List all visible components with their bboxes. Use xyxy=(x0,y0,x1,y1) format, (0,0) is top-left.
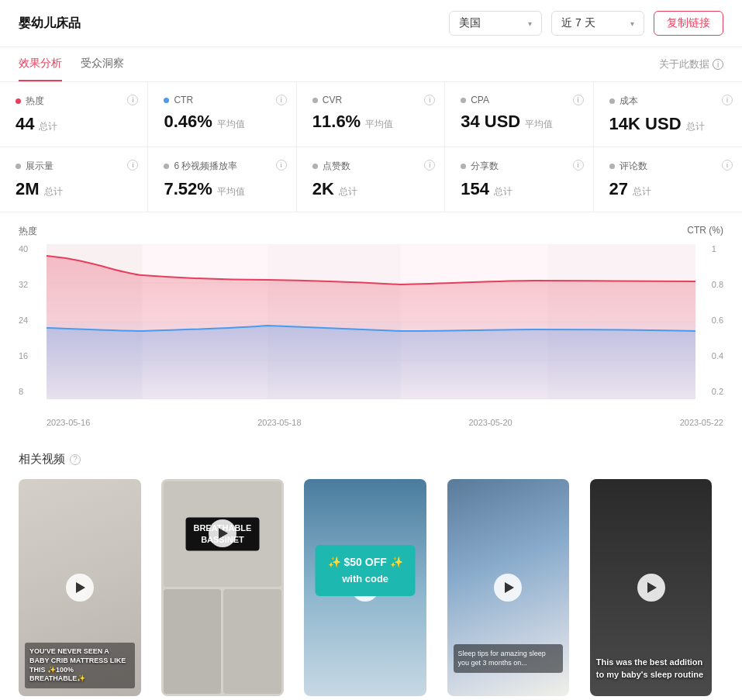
cpa-dot xyxy=(461,98,466,103)
play-button[interactable] xyxy=(637,574,665,602)
metric-shares: 分享数 154 总计 i xyxy=(445,147,593,212)
country-label: 美国 xyxy=(459,16,481,30)
info-icon: ? xyxy=(70,454,81,465)
video6s-dot xyxy=(164,164,169,169)
chart-left-label: 热度 xyxy=(19,225,37,238)
metric-cvr-label: CVR xyxy=(312,95,429,105)
play-icon xyxy=(505,582,514,593)
shares-dot xyxy=(461,164,466,169)
chart-right-label: CTR (%) xyxy=(687,225,723,238)
x-label-2: 2023-05-20 xyxy=(468,418,512,427)
metric-cpa: CPA 34 USD 平均值 i xyxy=(445,82,593,147)
x-label-3: 2023-05-22 xyxy=(680,418,723,427)
info-icon[interactable]: i xyxy=(722,160,733,171)
tab-list: 效果分析 受众洞察 xyxy=(19,47,143,81)
related-videos-label: 相关视频 xyxy=(19,452,65,467)
play-icon xyxy=(647,582,657,593)
video-card-1[interactable]: YOU'VE NEVER SEEN A BABY CRIB MATTRESS L… xyxy=(19,479,141,696)
metric-cpa-label: CPA xyxy=(461,95,577,105)
info-icon[interactable]: i xyxy=(424,95,435,105)
metric-cost-value: 14K USD 总计 xyxy=(609,114,726,134)
video-card-3[interactable]: ✨ $50 OFF ✨with code xyxy=(304,479,426,696)
metrics-row-2: 展示量 2M 总计 i 6 秒视频播放率 7.52% 平均值 i 点赞数 2K … xyxy=(0,147,742,212)
chart-header: 热度 CTR (%) xyxy=(19,225,723,238)
impressions-dot xyxy=(16,164,21,169)
play-button[interactable] xyxy=(494,574,522,602)
related-videos-section: 相关视频 ? YOU'VE NEVER SEEN A BABY CRIB MAT… xyxy=(0,440,742,700)
play-button[interactable] xyxy=(209,519,236,547)
header: 婴幼儿床品 美国 ▾ 近 7 天 ▾ 复制链接 xyxy=(0,0,742,47)
play-icon xyxy=(76,582,85,593)
metric-likes: 点赞数 2K 总计 i xyxy=(297,147,445,212)
video-card-2[interactable]: BREATHABLEBASSINET xyxy=(161,479,284,696)
metric-heat: 热度 44 总计 i xyxy=(0,82,148,147)
videos-grid: YOU'VE NEVER SEEN A BABY CRIB MATTRESS L… xyxy=(19,479,723,696)
video-overlay-text: This was the best addition to my baby's … xyxy=(596,657,706,681)
ctr-dot xyxy=(164,98,169,103)
metric-cvr: CVR 11.6% 平均值 i xyxy=(297,82,445,147)
chart-svg xyxy=(47,244,695,399)
metric-ctr-value: 0.46% 平均值 xyxy=(164,112,280,132)
metric-impressions: 展示量 2M 总计 i xyxy=(0,147,148,212)
metric-ctr-label: CTR xyxy=(164,95,280,105)
metric-heat-value: 44 总计 xyxy=(16,114,132,134)
chart-container: 40 32 24 16 8 xyxy=(19,244,723,415)
chevron-down-icon: ▾ xyxy=(528,19,532,28)
video-card-4[interactable]: Sleep tips for amazing sleep you get 3 m… xyxy=(447,479,570,696)
metric-cost: 成本 14K USD 总计 i xyxy=(594,82,742,147)
about-data: 关于此数据 i xyxy=(659,57,723,71)
cvr-dot xyxy=(312,98,318,103)
likes-dot xyxy=(312,164,318,169)
play-button[interactable] xyxy=(66,574,94,602)
date-range-label: 近 7 天 xyxy=(561,16,595,30)
metric-comments: 评论数 27 总计 i xyxy=(594,147,742,212)
metric-ctr: CTR 0.46% 平均值 i xyxy=(148,82,296,147)
info-icon[interactable]: i xyxy=(276,95,287,105)
cost-dot xyxy=(609,98,615,104)
metric-cpa-value: 34 USD 平均值 xyxy=(461,112,577,132)
metric-cost-label: 成本 xyxy=(609,95,726,108)
video-overlay-text: YOU'VE NEVER SEEN A BABY CRIB MATTRESS L… xyxy=(25,643,135,688)
related-videos-header: 相关视频 ? xyxy=(19,452,723,467)
metric-video6s: 6 秒视频播放率 7.52% 平均值 i xyxy=(148,147,296,212)
info-icon[interactable]: i xyxy=(424,160,435,171)
y-axis-right: 1 0.8 0.6 0.4 0.2 xyxy=(712,244,723,399)
copy-link-button[interactable]: 复制链接 xyxy=(654,11,723,36)
metric-cvr-value: 11.6% 平均值 xyxy=(312,112,429,132)
page-title: 婴幼儿床品 xyxy=(19,16,440,32)
heat-dot xyxy=(16,98,21,104)
chevron-down-icon: ▾ xyxy=(630,19,634,28)
info-icon[interactable]: i xyxy=(573,95,584,105)
play-icon xyxy=(219,528,228,539)
x-label-0: 2023-05-16 xyxy=(47,418,90,427)
price-off-badge: ✨ $50 OFF ✨with code xyxy=(316,545,416,596)
tab-audience[interactable]: 受众洞察 xyxy=(81,47,124,81)
tabs-bar: 效果分析 受众洞察 关于此数据 i xyxy=(0,47,742,82)
x-label-1: 2023-05-18 xyxy=(257,418,301,427)
chart-x-labels: 2023-05-16 2023-05-18 2023-05-20 2023-05… xyxy=(19,415,723,427)
comments-dot xyxy=(609,164,615,169)
info-icon[interactable]: i xyxy=(127,95,138,105)
metrics-row-1: 热度 44 总计 i CTR 0.46% 平均值 i CVR 11.6% 平均值… xyxy=(0,82,742,147)
info-icon[interactable]: i xyxy=(127,160,138,171)
video-card-5[interactable]: This was the best addition to my baby's … xyxy=(590,479,713,696)
info-icon[interactable]: i xyxy=(276,160,287,171)
tab-effect-analysis[interactable]: 效果分析 xyxy=(19,47,62,81)
info-icon: i xyxy=(713,59,723,70)
video-overlay-text: Sleep tips for amazing sleep you get 3 m… xyxy=(454,644,564,673)
info-icon[interactable]: i xyxy=(573,160,584,171)
info-icon[interactable]: i xyxy=(722,95,733,105)
date-range-dropdown[interactable]: 近 7 天 ▾ xyxy=(551,11,644,36)
metric-heat-label: 热度 xyxy=(16,95,132,108)
chart-section: 热度 CTR (%) 40 32 24 16 8 xyxy=(0,212,742,440)
country-dropdown[interactable]: 美国 ▾ xyxy=(449,11,542,36)
y-axis-left: 40 32 24 16 8 xyxy=(19,244,28,399)
